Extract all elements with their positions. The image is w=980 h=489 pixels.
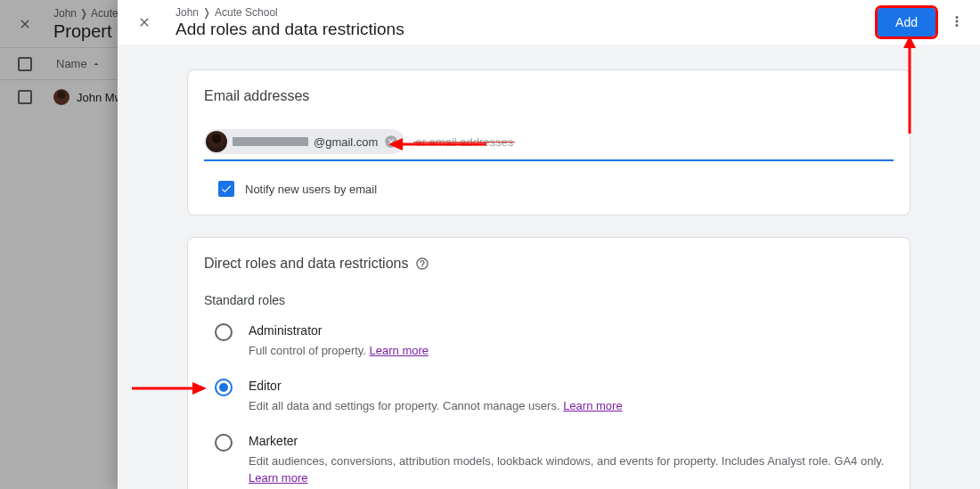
- role-name: Marketer: [249, 434, 894, 448]
- role-desc: Full control of property. Learn more: [249, 343, 894, 359]
- radio-marketer[interactable]: [215, 434, 233, 452]
- role-option-administrator[interactable]: Administrator Full control of property. …: [215, 323, 894, 359]
- email-card: Email addresses @gmail.com er email addr…: [187, 69, 911, 216]
- dialog-close-button[interactable]: [135, 13, 153, 31]
- avatar: [206, 131, 227, 152]
- learn-more-link[interactable]: Learn more: [563, 399, 622, 412]
- role-option-marketer[interactable]: Marketer Edit audiences, conversions, at…: [215, 434, 894, 485]
- dialog-breadcrumb[interactable]: John ❭ Acute School: [176, 6, 278, 19]
- role-desc: Edit audiences, conversions, attribution…: [249, 453, 894, 485]
- dialog-body: Email addresses @gmail.com er email addr…: [118, 45, 980, 489]
- radio-administrator[interactable]: [215, 323, 233, 341]
- email-section-title: Email addresses: [204, 88, 894, 104]
- roles-card: Direct roles and data restrictions Stand…: [187, 237, 911, 489]
- more-menu-button[interactable]: [948, 12, 966, 30]
- add-button[interactable]: Add: [878, 8, 935, 37]
- role-name: Editor: [249, 379, 894, 393]
- redacted-text: [233, 137, 308, 146]
- chevron-right-icon: ❭: [202, 6, 211, 19]
- email-suffix: @gmail.com: [314, 135, 378, 149]
- email-chip: @gmail.com: [204, 129, 404, 154]
- role-desc: Edit all data and settings for property.…: [249, 398, 894, 414]
- add-roles-dialog: John ❭ Acute School Add roles and data r…: [118, 0, 980, 489]
- notify-checkbox[interactable]: [218, 181, 234, 197]
- notify-label: Notify new users by email: [245, 183, 377, 196]
- help-icon[interactable]: [415, 257, 429, 271]
- standard-roles-label: Standard roles: [204, 293, 894, 307]
- learn-more-link[interactable]: Learn more: [370, 344, 429, 357]
- close-circle-icon: [384, 134, 398, 149]
- email-input[interactable]: @gmail.com er email addresses: [204, 129, 894, 161]
- chip-remove-button[interactable]: [383, 134, 399, 150]
- radio-editor[interactable]: [215, 379, 233, 396]
- more-vert-icon: [949, 13, 965, 29]
- check-icon: [220, 183, 233, 195]
- role-name: Administrator: [249, 323, 894, 338]
- dialog-title: Add roles and data restrictions: [176, 20, 404, 39]
- email-placeholder: er email addresses: [415, 135, 513, 149]
- roles-section-title: Direct roles and data restrictions: [204, 256, 408, 272]
- role-option-editor[interactable]: Editor Edit all data and settings for pr…: [215, 379, 894, 414]
- notify-row: Notify new users by email: [218, 181, 894, 197]
- learn-more-link[interactable]: Learn more: [249, 471, 307, 485]
- dialog-header: John ❭ Acute School Add roles and data r…: [118, 0, 980, 45]
